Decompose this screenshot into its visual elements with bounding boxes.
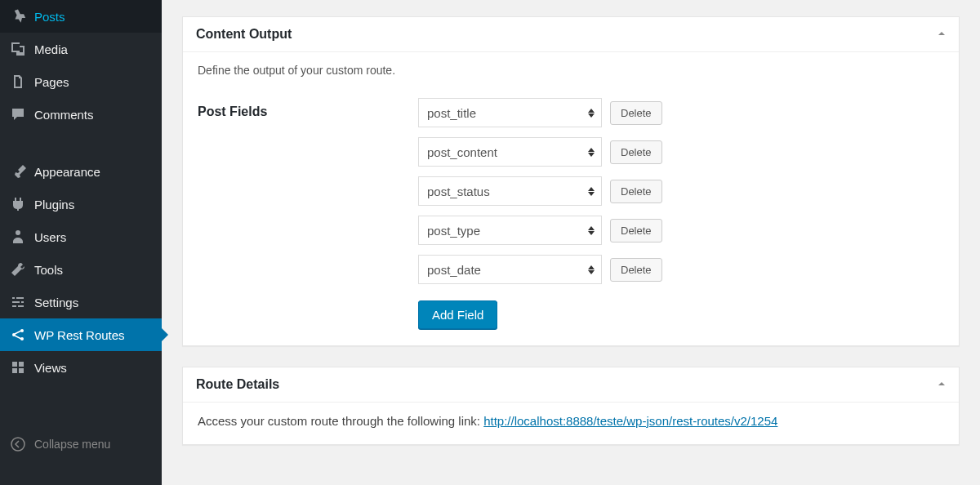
plugin-icon	[10, 196, 26, 212]
post-field-select[interactable]: post_title	[418, 98, 602, 127]
sidebar-item-label: Appearance	[34, 165, 100, 179]
delete-field-button[interactable]: Delete	[610, 258, 662, 282]
sidebar-item-wp-rest-routes[interactable]: WP Rest Routes	[0, 318, 162, 351]
route-url-link[interactable]: http://localhost:8888/teste/wp-json/rest…	[483, 414, 777, 428]
post-field-select[interactable]: post_date	[418, 255, 602, 284]
select-value: post_title	[427, 106, 476, 120]
collapse-icon	[10, 436, 26, 452]
panel-title: Route Details	[196, 377, 279, 392]
triangle-up-icon	[938, 29, 946, 38]
sidebar-item-label: Comments	[34, 108, 94, 122]
sidebar-collapse-label: Collapse menu	[34, 438, 110, 451]
sidebar-item-label: Settings	[34, 296, 78, 309]
delete-field-button[interactable]: Delete	[610, 101, 662, 125]
post-fields-group: Post Fields post_title Delete post_conte…	[198, 98, 944, 329]
delete-field-button[interactable]: Delete	[610, 140, 662, 164]
sidebar-item-users[interactable]: Users	[0, 220, 162, 253]
post-field-select[interactable]: post_type	[418, 216, 602, 245]
field-row: post_type Delete	[418, 216, 944, 245]
grid-icon	[10, 359, 26, 376]
sidebar-item-media[interactable]: Media	[0, 33, 162, 65]
user-icon	[10, 229, 26, 245]
triangle-up-icon	[938, 380, 946, 388]
panel-collapse-toggle[interactable]	[938, 379, 946, 390]
panel-description: Define the output of your custom route.	[198, 64, 944, 77]
post-field-select[interactable]: post_content	[418, 137, 602, 167]
admin-sidebar: Posts Media Pages Comments Appearance Pl…	[0, 0, 162, 485]
panel-collapse-toggle[interactable]	[938, 29, 946, 40]
field-row: post_title Delete	[418, 98, 944, 127]
panel-title: Content Output	[196, 27, 292, 42]
select-arrows-icon	[588, 109, 595, 118]
sidebar-collapse[interactable]: Collapse menu	[0, 428, 162, 461]
brush-icon	[10, 163, 26, 180]
post-fields-label: Post Fields	[198, 98, 418, 119]
sidebar-item-appearance[interactable]: Appearance	[0, 155, 162, 188]
sidebar-item-label: Plugins	[34, 198, 74, 211]
route-details-panel: Route Details Access your custom route t…	[182, 367, 960, 445]
comment-icon	[10, 106, 26, 122]
sidebar-item-plugins[interactable]: Plugins	[0, 188, 162, 220]
share-icon	[10, 327, 26, 343]
sidebar-item-tools[interactable]: Tools	[0, 253, 162, 286]
delete-field-button[interactable]: Delete	[610, 180, 662, 203]
main-content: Content Output Define the output of your…	[162, 0, 980, 485]
select-arrows-icon	[588, 226, 595, 235]
sidebar-item-label: Views	[34, 361, 67, 375]
select-arrows-icon	[588, 148, 595, 157]
select-value: post_content	[427, 145, 497, 159]
add-field-button[interactable]: Add Field	[418, 300, 497, 329]
select-arrows-icon	[588, 265, 595, 274]
sidebar-item-comments[interactable]: Comments	[0, 98, 162, 131]
field-row: post_status Delete	[418, 176, 944, 206]
sidebar-item-label: Media	[34, 42, 68, 56]
sidebar-item-pages[interactable]: Pages	[0, 65, 162, 98]
media-icon	[10, 41, 26, 57]
panel-body: Access your custom route through the fol…	[183, 403, 959, 444]
sidebar-item-posts[interactable]: Posts	[0, 0, 162, 33]
pushpin-icon	[10, 8, 26, 24]
content-output-panel: Content Output Define the output of your…	[182, 16, 960, 346]
select-value: post_type	[427, 224, 480, 238]
sidebar-item-label: WP Rest Routes	[34, 328, 125, 342]
wrench-icon	[10, 261, 26, 278]
select-value: post_date	[427, 263, 481, 277]
field-controls: post_title Delete post_content Delete	[418, 98, 944, 329]
sidebar-item-label: Users	[34, 230, 66, 244]
panel-header: Route Details	[183, 367, 959, 403]
delete-field-button[interactable]: Delete	[610, 219, 662, 242]
sidebar-item-views[interactable]: Views	[0, 351, 162, 384]
page-icon	[10, 73, 26, 90]
route-access-text: Access your custom route through the fol…	[198, 414, 483, 428]
select-value: post_status	[427, 185, 490, 198]
field-row: post_date Delete	[418, 255, 944, 284]
panel-body: Define the output of your custom route. …	[183, 52, 959, 345]
svg-point-3	[11, 438, 24, 451]
field-row: post_content Delete	[418, 137, 944, 167]
sidebar-item-label: Pages	[34, 75, 69, 89]
sidebar-item-label: Tools	[34, 263, 63, 277]
sliders-icon	[10, 294, 26, 310]
panel-header: Content Output	[183, 17, 959, 52]
select-arrows-icon	[588, 187, 595, 196]
sidebar-item-label: Posts	[34, 10, 65, 24]
sidebar-item-settings[interactable]: Settings	[0, 286, 162, 318]
post-field-select[interactable]: post_status	[418, 176, 602, 206]
